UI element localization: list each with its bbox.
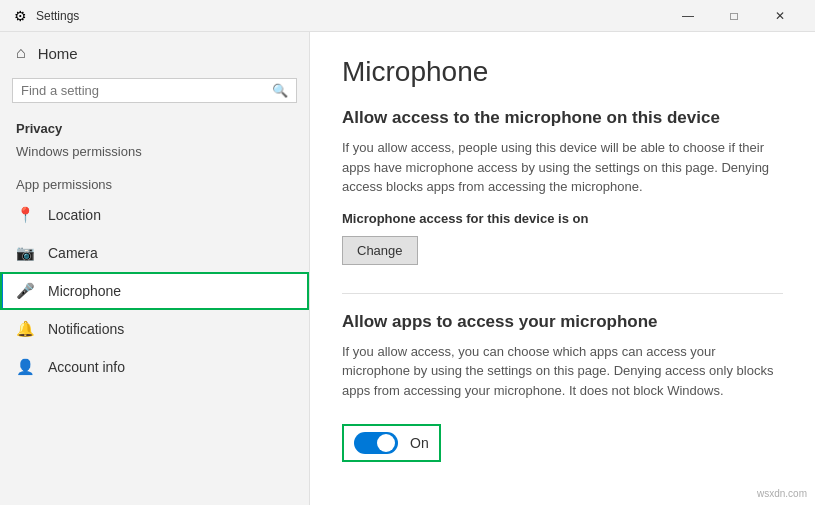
change-button[interactable]: Change: [342, 236, 418, 265]
search-icon: 🔍: [272, 83, 288, 98]
account-info-label: Account info: [48, 359, 125, 375]
status-line: Microphone access for this device is on: [342, 211, 783, 226]
watermark: wsxdn.com: [757, 488, 807, 499]
sidebar-item-account-info[interactable]: 👤 Account info: [0, 348, 309, 386]
location-label: Location: [48, 207, 101, 223]
close-button[interactable]: ✕: [757, 0, 803, 32]
sidebar-item-camera[interactable]: 📷 Camera: [0, 234, 309, 272]
sidebar-item-location[interactable]: 📍 Location: [0, 196, 309, 234]
minimize-button[interactable]: —: [665, 0, 711, 32]
title-bar: ⚙ Settings — □ ✕: [0, 0, 815, 32]
maximize-button[interactable]: □: [711, 0, 757, 32]
toggle-row[interactable]: On: [342, 424, 441, 462]
notifications-icon: 🔔: [16, 320, 34, 338]
microphone-label: Microphone: [48, 283, 121, 299]
toggle-label: On: [410, 435, 429, 451]
sidebar-item-home[interactable]: ⌂ Home: [0, 32, 309, 74]
home-label: Home: [38, 45, 78, 62]
sidebar-item-microphone[interactable]: 🎤 Microphone: [0, 272, 309, 310]
search-input[interactable]: [21, 83, 266, 98]
sidebar: ⌂ Home 🔍 Privacy Windows permissions App…: [0, 32, 310, 505]
location-icon: 📍: [16, 206, 34, 224]
sidebar-item-notifications[interactable]: 🔔 Notifications: [0, 310, 309, 348]
section-divider: [342, 293, 783, 294]
account-info-icon: 👤: [16, 358, 34, 376]
page-title: Microphone: [342, 56, 783, 88]
section2-title: Allow apps to access your microphone: [342, 312, 783, 332]
windows-permissions-label: Windows permissions: [0, 138, 309, 163]
title-bar-title: Settings: [36, 9, 665, 23]
notifications-label: Notifications: [48, 321, 124, 337]
main-panel: Microphone Allow access to the microphon…: [310, 32, 815, 505]
search-box[interactable]: 🔍: [12, 78, 297, 103]
section2-desc: If you allow access, you can choose whic…: [342, 342, 783, 401]
section1-title: Allow access to the microphone on this d…: [342, 108, 783, 128]
home-icon: ⌂: [16, 44, 26, 62]
section1-desc: If you allow access, people using this d…: [342, 138, 783, 197]
privacy-section-label: Privacy: [0, 115, 309, 138]
toggle-switch[interactable]: [354, 432, 398, 454]
window-controls: — □ ✕: [665, 0, 803, 32]
app-container: ⌂ Home 🔍 Privacy Windows permissions App…: [0, 32, 815, 505]
settings-icon: ⚙: [12, 8, 28, 24]
camera-label: Camera: [48, 245, 98, 261]
app-permissions-label: App permissions: [0, 171, 309, 196]
camera-icon: 📷: [16, 244, 34, 262]
microphone-icon: 🎤: [16, 282, 34, 300]
